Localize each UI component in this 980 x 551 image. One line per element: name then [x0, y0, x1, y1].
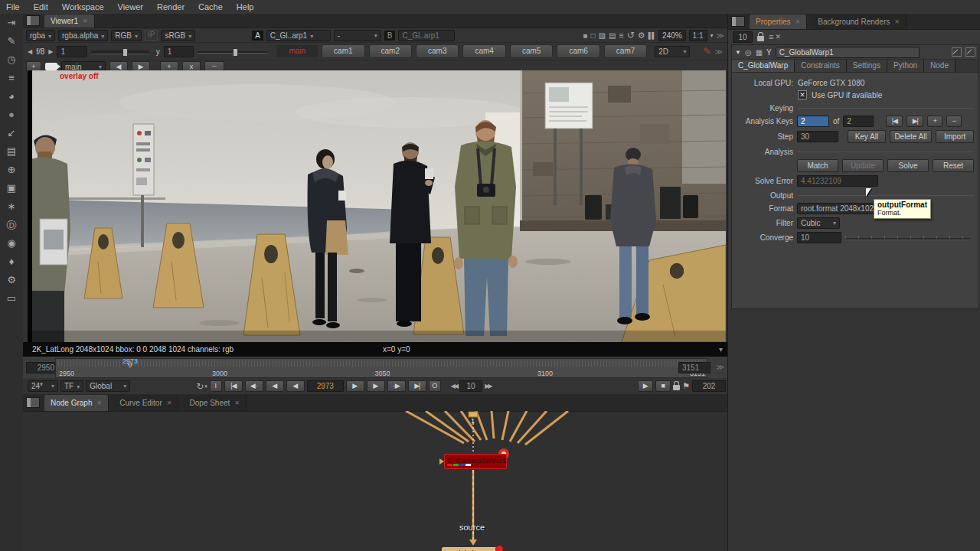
playback-mode-icon[interactable]: ↻	[196, 381, 204, 392]
time-node-icon[interactable]: ◷	[7, 54, 15, 72]
aperture-value[interactable]: f/8	[36, 47, 44, 56]
view-tab-cam5[interactable]: cam5	[510, 44, 553, 58]
view-tab-cam7[interactable]: cam7	[604, 44, 647, 58]
gamma-field[interactable]: 1	[164, 46, 194, 57]
skip-back-icon[interactable]: ◀◀	[451, 383, 457, 390]
merge-node-icon[interactable]: ▤	[7, 145, 16, 164]
view-tab-cam3[interactable]: cam3	[416, 44, 459, 58]
wrench-icon[interactable]: Y	[766, 48, 772, 57]
tab-constraints[interactable]: Constraints	[795, 60, 847, 72]
zoom-level[interactable]: 240%	[658, 30, 686, 41]
threed-node-icon[interactable]: ▣	[7, 182, 16, 201]
projection-mode-dropdown[interactable]: 2D▾	[655, 46, 690, 57]
skip-forward-icon[interactable]: ▶▶	[485, 383, 491, 390]
viewer-image-area[interactable]: overlay off	[28, 70, 726, 342]
panel-layout-icon[interactable]	[26, 15, 40, 26]
gain-field[interactable]: 1	[57, 46, 87, 57]
transform-node-icon[interactable]: ⊕	[8, 164, 16, 182]
deep-node-icon[interactable]: Ⓓ	[7, 219, 17, 237]
close-all-panels-icon[interactable]: ≡	[769, 32, 773, 41]
import-button[interactable]: Import	[936, 130, 974, 143]
view-tab-cam4[interactable]: cam4	[462, 44, 505, 58]
update-button[interactable]: Update	[842, 159, 884, 172]
view-tab-cam6[interactable]: cam6	[557, 44, 599, 58]
menu-workspace[interactable]: Workspace	[62, 2, 104, 11]
prev-keyframe-button[interactable]: ◀·	[245, 380, 263, 392]
filter-dropdown[interactable]: Cubic ▾	[797, 217, 840, 229]
flipbook-stop-button[interactable]: ■	[655, 380, 671, 392]
goto-first-key-button[interactable]: |◀	[886, 116, 903, 127]
menu-edit[interactable]: Edit	[34, 2, 48, 11]
tab-properties[interactable]: Properties ✕	[750, 15, 807, 29]
close-icon[interactable]: ✕	[83, 15, 88, 28]
image-node-icon[interactable]: ⇥	[8, 17, 16, 35]
menu-cache[interactable]: Cache	[198, 2, 223, 11]
status-chevron-down-icon[interactable]: ▾	[719, 345, 723, 354]
frame-increment-field[interactable]: 10	[459, 380, 482, 392]
gain-slider[interactable]	[91, 47, 149, 56]
goto-end-button[interactable]: ▶|	[408, 380, 426, 392]
goto-last-key-button[interactable]: ▶|	[906, 116, 923, 127]
goto-start-button[interactable]: |◀	[224, 380, 243, 392]
step-forward-button[interactable]: ▶	[367, 380, 385, 392]
tab-c-globalwarp[interactable]: C_GlobalWarp	[732, 60, 795, 72]
b-buffer-dropdown[interactable]: C_Gl..arp1	[398, 30, 455, 41]
timeline-chevron-icon[interactable]: ≫	[717, 363, 724, 371]
range-end-field[interactable]: 3151	[678, 362, 710, 373]
timeline-ruler[interactable]: 2950 3000 3050 3100 3151 2973	[55, 358, 707, 378]
display-channel-dropdown[interactable]: RGB▾	[111, 30, 142, 41]
out-point-button[interactable]: O	[429, 380, 441, 392]
format-fit-icon[interactable]: □	[590, 31, 595, 40]
metadata-node-icon[interactable]: ♦	[9, 256, 15, 274]
proxy-mode-icon[interactable]: ■	[583, 31, 587, 40]
chevron-down-icon[interactable]: ▾	[204, 383, 207, 390]
other-node-icon[interactable]: ▭	[7, 292, 16, 311]
toolsets-node-icon[interactable]: ⚙	[7, 274, 16, 292]
close-icon[interactable]: ✕	[96, 395, 102, 411]
menu-help[interactable]: Help	[237, 2, 254, 11]
draw-node-icon[interactable]: ✎	[8, 35, 16, 54]
key-all-button[interactable]: Key All	[848, 130, 886, 143]
color-node-icon[interactable]: ◕	[8, 90, 15, 109]
channel-node-icon[interactable]: ≡	[8, 72, 15, 90]
panel-layout-icon[interactable]	[731, 16, 745, 27]
converge-field[interactable]: 10	[797, 232, 841, 243]
step-field[interactable]: 30	[797, 131, 838, 142]
minimize-panel-icon[interactable]: ▼	[735, 49, 741, 56]
chevron-down-icon[interactable]: ▾	[710, 32, 714, 39]
tf-dropdown[interactable]: TF▾	[60, 380, 83, 392]
panel-layout-icon[interactable]	[26, 397, 40, 408]
close-icon[interactable]: ✕	[167, 395, 172, 411]
layer-dropdown[interactable]: rgba.alpha▾	[58, 30, 108, 41]
aperture-next-icon[interactable]: ▶	[48, 48, 53, 55]
delete-all-button[interactable]: Delete All	[890, 130, 932, 143]
keys-total-field[interactable]: 2	[843, 116, 874, 127]
close-icon[interactable]: ✕	[795, 15, 801, 29]
nodegraph-canvas[interactable]: 1 C_CameraSolver1 source C_GlobalWarp1	[23, 411, 727, 551]
lock-range-icon[interactable]	[673, 385, 680, 390]
play-backward-button[interactable]: ◀	[286, 380, 305, 392]
roi-gear-icon[interactable]: ⚙	[638, 31, 645, 41]
close-all-x-icon[interactable]: ✕	[775, 33, 781, 41]
views-node-icon[interactable]: ◉	[7, 237, 15, 256]
tab-node-graph[interactable]: Node Graph ✕	[44, 395, 109, 411]
tab-background-renders[interactable]: Background Renders ✕	[812, 15, 906, 29]
tab-dope-sheet[interactable]: Dope Sheet ✕	[183, 395, 247, 411]
scanline-icon[interactable]: ≡	[619, 31, 623, 40]
reset-button[interactable]: Reset	[933, 159, 974, 172]
close-icon[interactable]: ✕	[894, 15, 900, 29]
aperture-prev-icon[interactable]: ◀	[28, 48, 32, 55]
channels-dropdown[interactable]: rgba▾	[26, 30, 55, 41]
range-mode-dropdown[interactable]: Global▾	[86, 380, 130, 392]
center-node-icon[interactable]: ◎	[745, 48, 752, 57]
tab-python[interactable]: Python	[887, 60, 924, 72]
use-gpu-checkbox[interactable]: ✕	[798, 90, 807, 99]
play-button[interactable]: ▶	[346, 380, 364, 392]
camerasolver-node[interactable]: C_CameraSolver1	[444, 454, 507, 469]
camera-icon[interactable]	[45, 63, 57, 70]
stack-icon[interactable]: ▤	[609, 31, 616, 40]
max-panels-field[interactable]: 10	[733, 31, 753, 43]
tab-node[interactable]: Node	[924, 60, 956, 72]
collapse-chevron-icon[interactable]: ≫	[717, 31, 724, 40]
ab-blend-dropdown[interactable]: -▾	[334, 30, 381, 41]
